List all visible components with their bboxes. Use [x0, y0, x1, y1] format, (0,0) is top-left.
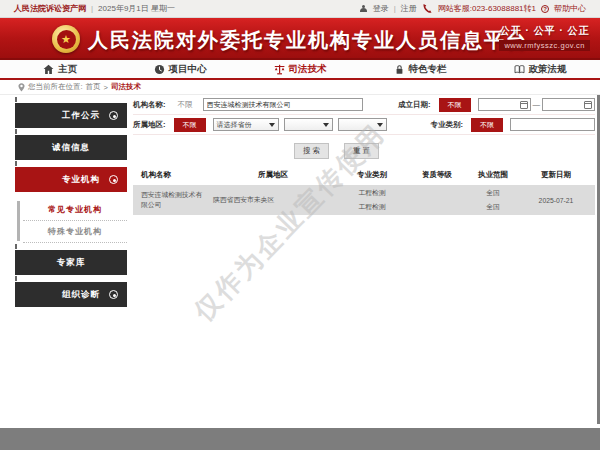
founding-date-label: 成立日期:	[398, 100, 431, 110]
site-banner: ★ 人民法院对外委托专业机构专业人员信息平台 公开 · 公平 · 公正 www.…	[0, 18, 600, 60]
circle-dot-icon	[109, 111, 118, 120]
sidebar-item-work-publicity[interactable]: 工作公示	[15, 103, 127, 128]
district-select[interactable]	[338, 118, 387, 131]
reset-button[interactable]: 重 置	[344, 143, 379, 159]
province-select[interactable]: 请选择省份	[213, 118, 279, 131]
form-actions: 搜 索 重 置	[133, 143, 540, 159]
col-header-updated: 更新日期	[517, 170, 595, 180]
project-center-icon	[154, 64, 165, 75]
chevron-down-icon	[323, 123, 329, 127]
nav-item-policy[interactable]: 政策法规	[480, 60, 600, 78]
phone-icon	[422, 3, 433, 14]
breadcrumb: 您当前所在位置: 首页 > 司法技术	[0, 80, 600, 95]
search-button[interactable]: 搜 索	[294, 143, 329, 159]
org-name-label: 机构名称:	[133, 100, 166, 110]
sidebar-subitem-special-institutions[interactable]: 特殊专业机构	[23, 221, 127, 243]
nav-item-special-column[interactable]: 特色专栏	[360, 60, 480, 78]
content-area: 仅作为企业宣传使用 工作公示 诚信信息 专业机构 常见专业机构 特殊专业机构 专…	[0, 95, 600, 424]
date-range-separator: —	[533, 100, 541, 109]
main-navigation: 主页 项目中心 司法技术 特色专栏 政策法规	[0, 60, 600, 80]
topbar-divider: |	[91, 4, 93, 13]
cell-region: 陕西省西安市未央区	[207, 195, 339, 205]
category-unlimited-button[interactable]: 不限	[471, 118, 503, 132]
cell-scope: 全国 全国	[469, 185, 517, 215]
chevron-down-icon	[377, 123, 383, 127]
table-row[interactable]: 西安连城检测技术有限公司 陕西省西安市未央区 工程检测 工程检测 全国 全国 2…	[133, 185, 595, 215]
calendar-icon	[584, 101, 592, 109]
site-url: www.rmfysszc.gov.cn	[499, 40, 590, 51]
search-form-row-1: 机构名称: 不限 成立日期: 不限 —	[133, 95, 595, 115]
scales-icon	[274, 64, 285, 75]
national-emblem-logo: ★	[52, 25, 80, 53]
col-header-scope: 执业范围	[469, 170, 517, 180]
calendar-icon	[520, 101, 528, 109]
category-label: 专业类别:	[431, 120, 464, 130]
sidebar-item-integrity-info[interactable]: 诚信信息	[15, 135, 127, 160]
circle-dot-icon	[109, 290, 118, 299]
cell-updated: 2025-07-21	[517, 197, 595, 204]
service-hotline: 网站客服:023-63088881转1	[438, 3, 536, 14]
sidebar-submenu: 常见专业机构 特殊专业机构	[15, 199, 127, 243]
breadcrumb-current: 司法技术	[111, 82, 141, 92]
home-icon	[43, 64, 54, 75]
circle-dot-icon	[109, 175, 118, 184]
lock-icon	[394, 64, 405, 75]
login-link[interactable]: 登录	[373, 3, 389, 14]
site-slogan: 公开 · 公平 · 公正	[499, 24, 590, 38]
nav-item-project-center[interactable]: 项目中心	[120, 60, 240, 78]
category-input[interactable]	[510, 118, 595, 131]
sidebar: 工作公示 诚信信息 专业机构 常见专业机构 特殊专业机构 专家库 组织诊断	[15, 103, 127, 314]
page: 人民法院诉讼资产网 | 2025年9月1日 星期一 登录 | 注册 网站客服:0…	[0, 0, 600, 428]
nav-item-judicial-tech[interactable]: 司法技术	[240, 60, 360, 78]
results-table-header: 机构名称 所属地区 专业类别 资质等级 执业范围 更新日期	[133, 165, 595, 185]
org-name-input[interactable]	[203, 98, 363, 111]
current-date: 2025年9月1日 星期一	[98, 3, 175, 14]
cell-org-name: 西安连城检测技术有限公司	[133, 190, 207, 210]
city-select[interactable]	[284, 118, 333, 131]
region-label: 所属地区:	[133, 120, 166, 130]
book-icon	[514, 64, 525, 75]
sidebar-item-expert-library[interactable]: 专家库	[15, 250, 127, 275]
col-header-grade: 资质等级	[405, 170, 469, 180]
col-header-region: 所属地区	[207, 170, 339, 180]
main-panel: 机构名称: 不限 成立日期: 不限 — 所属地区: 不限 请选择省份	[133, 95, 595, 424]
founding-date-unlimited-button[interactable]: 不限	[439, 98, 471, 112]
sidebar-item-professional-institutions[interactable]: 专业机构	[15, 167, 127, 192]
chevron-down-icon	[269, 123, 275, 127]
sidebar-item-organization-diagnosis[interactable]: 组织诊断	[15, 282, 127, 307]
breadcrumb-separator: >	[104, 83, 108, 92]
top-utility-bar: 人民法院诉讼资产网 | 2025年9月1日 星期一 登录 | 注册 网站客服:0…	[0, 0, 600, 18]
site-title: 人民法院对外委托专业机构专业人员信息平台	[88, 27, 528, 54]
search-form-row-2: 所属地区: 不限 请选择省份 专业类别: 不限	[133, 115, 595, 135]
cell-category: 工程检测 工程检测	[339, 185, 405, 215]
breadcrumb-prefix: 您当前所在位置:	[28, 82, 83, 92]
location-pin-icon	[18, 83, 25, 92]
user-icon	[360, 5, 368, 13]
register-link[interactable]: 注册	[401, 3, 417, 14]
help-icon: ?	[541, 5, 549, 13]
org-name-unlimited[interactable]: 不限	[178, 100, 193, 110]
date-to-input[interactable]	[542, 98, 595, 111]
portal-name[interactable]: 人民法院诉讼资产网	[14, 3, 86, 14]
col-header-name: 机构名称	[133, 170, 207, 180]
login-register-divider: |	[394, 4, 396, 13]
sidebar-subitem-common-institutions[interactable]: 常见专业机构	[23, 199, 127, 221]
help-center-link[interactable]: 帮助中心	[554, 3, 586, 14]
region-unlimited-button[interactable]: 不限	[174, 118, 206, 132]
breadcrumb-home[interactable]: 首页	[86, 82, 101, 92]
emblem-star: ★	[57, 30, 76, 49]
nav-item-home[interactable]: 主页	[0, 60, 120, 78]
col-header-category: 专业类别	[339, 170, 405, 180]
date-from-input[interactable]	[478, 98, 531, 111]
